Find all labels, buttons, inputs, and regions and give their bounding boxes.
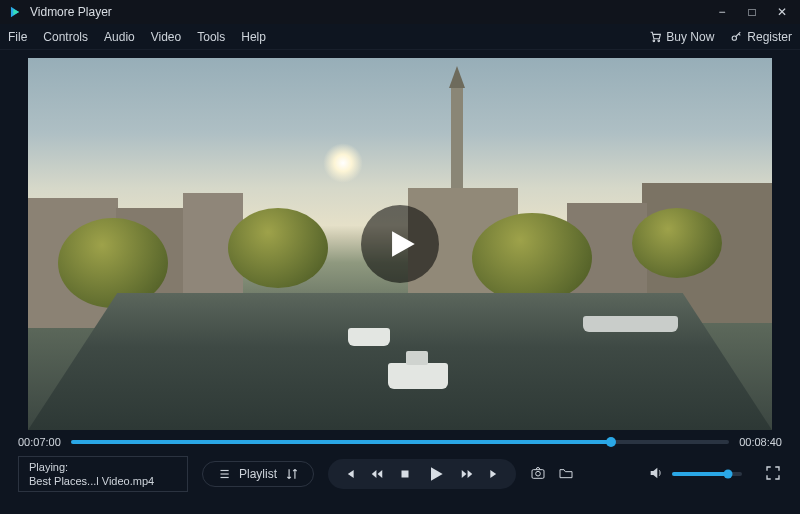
stop-icon bbox=[398, 467, 412, 481]
app-logo: Vidmore Player bbox=[8, 5, 112, 19]
buy-now-link[interactable]: Buy Now bbox=[649, 30, 714, 44]
folder-icon bbox=[558, 465, 574, 481]
menu-controls[interactable]: Controls bbox=[43, 30, 88, 44]
register-link[interactable]: Register bbox=[730, 30, 792, 44]
seek-bar[interactable] bbox=[71, 440, 729, 444]
menu-audio[interactable]: Audio bbox=[104, 30, 135, 44]
menubar: File Controls Audio Video Tools Help Buy… bbox=[0, 24, 800, 50]
key-icon bbox=[730, 30, 743, 43]
progress-row: 00:07:00 00:08:40 bbox=[0, 430, 800, 450]
svg-point-3 bbox=[658, 40, 660, 42]
prev-icon bbox=[342, 467, 356, 481]
svg-point-2 bbox=[653, 40, 655, 42]
video-viewport[interactable] bbox=[28, 58, 772, 430]
fullscreen-icon bbox=[764, 464, 782, 482]
fullscreen-button[interactable] bbox=[764, 464, 782, 485]
sort-icon bbox=[285, 467, 299, 481]
camera-icon bbox=[530, 465, 546, 481]
menu-tools[interactable]: Tools bbox=[197, 30, 225, 44]
time-total: 00:08:40 bbox=[739, 436, 782, 448]
playlist-button[interactable]: Playlist bbox=[202, 461, 314, 487]
register-label: Register bbox=[747, 30, 792, 44]
rewind-icon bbox=[370, 467, 384, 481]
prev-button[interactable] bbox=[342, 467, 356, 481]
window-controls: − □ ✕ bbox=[712, 5, 792, 19]
mute-button[interactable] bbox=[648, 465, 664, 484]
app-title: Vidmore Player bbox=[30, 5, 112, 19]
cart-icon bbox=[649, 30, 662, 43]
volume-slider[interactable] bbox=[672, 472, 742, 476]
open-file-button[interactable] bbox=[558, 465, 574, 484]
rewind-button[interactable] bbox=[370, 467, 384, 481]
svg-marker-5 bbox=[392, 231, 415, 257]
volume-control bbox=[648, 464, 782, 485]
play-icon bbox=[426, 464, 446, 484]
volume-icon bbox=[648, 465, 664, 481]
menu-help[interactable]: Help bbox=[241, 30, 266, 44]
next-icon bbox=[488, 467, 502, 481]
maximize-button[interactable]: □ bbox=[742, 5, 762, 19]
play-logo-icon bbox=[8, 5, 22, 19]
list-icon bbox=[217, 467, 231, 481]
stop-button[interactable] bbox=[398, 467, 412, 481]
controls-row: Playing: Best Places...l Video.mp4 Playl… bbox=[0, 450, 800, 502]
svg-point-4 bbox=[732, 36, 736, 40]
now-playing-box: Playing: Best Places...l Video.mp4 bbox=[18, 456, 188, 492]
forward-button[interactable] bbox=[460, 467, 474, 481]
titlebar: Vidmore Player − □ ✕ bbox=[0, 0, 800, 24]
menu-file[interactable]: File bbox=[8, 30, 27, 44]
next-button[interactable] bbox=[488, 467, 502, 481]
now-playing-label: Playing: bbox=[29, 461, 177, 473]
svg-point-15 bbox=[536, 471, 541, 476]
playlist-label: Playlist bbox=[239, 467, 277, 481]
menu-video[interactable]: Video bbox=[151, 30, 181, 44]
play-overlay-button[interactable] bbox=[361, 205, 439, 283]
now-playing-file: Best Places...l Video.mp4 bbox=[29, 475, 177, 487]
close-button[interactable]: ✕ bbox=[772, 5, 792, 19]
transport-controls bbox=[328, 459, 516, 489]
play-icon bbox=[385, 227, 419, 261]
svg-rect-12 bbox=[402, 471, 409, 478]
time-current: 00:07:00 bbox=[18, 436, 61, 448]
utility-icons bbox=[530, 465, 574, 484]
svg-marker-13 bbox=[431, 467, 443, 480]
svg-marker-1 bbox=[13, 9, 19, 15]
forward-icon bbox=[460, 467, 474, 481]
play-button[interactable] bbox=[426, 464, 446, 484]
minimize-button[interactable]: − bbox=[712, 5, 732, 19]
snapshot-button[interactable] bbox=[530, 465, 546, 484]
buy-now-label: Buy Now bbox=[666, 30, 714, 44]
